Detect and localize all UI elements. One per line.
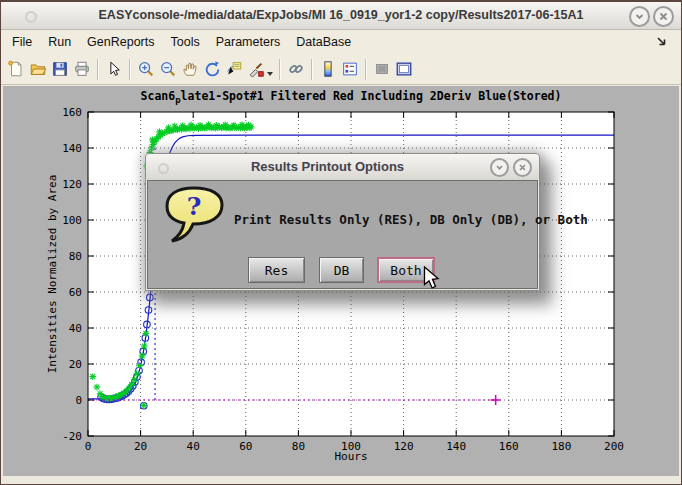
legend-icon	[341, 60, 359, 78]
toolbar-separator	[97, 59, 99, 80]
dialog-shade-button[interactable]	[490, 158, 509, 177]
res-button[interactable]: Res	[248, 257, 305, 283]
plot-tools-dock-button[interactable]	[393, 57, 415, 81]
dialog-body: ? Print Results Only (RES), DB Only (DB)…	[147, 180, 538, 289]
menubar: File Run GenReports Tools Parameters Dat…	[1, 30, 681, 54]
link-chain-icon	[287, 60, 305, 78]
menu-file[interactable]: File	[12, 35, 32, 49]
print-figure-button[interactable]	[71, 57, 93, 81]
datatip-icon	[225, 60, 243, 78]
question-icon: ?	[162, 184, 228, 250]
dialog-window-menu-icon[interactable]	[158, 163, 169, 174]
insert-colorbar-button[interactable]	[317, 57, 339, 81]
rotate-icon	[203, 60, 221, 78]
window-shade-button[interactable]	[629, 6, 650, 27]
pan-button[interactable]	[179, 57, 201, 81]
menu-genreports[interactable]: GenReports	[87, 35, 154, 49]
menu-tools[interactable]: Tools	[171, 35, 200, 49]
link-plot-button[interactable]	[285, 57, 307, 81]
new-document-icon	[7, 60, 25, 78]
new-document-button[interactable]	[5, 57, 27, 81]
brush-icon	[247, 60, 265, 78]
chevron-down-icon	[494, 162, 505, 173]
open-file-button[interactable]	[27, 57, 49, 81]
plot-tools-dock-icon	[395, 60, 413, 78]
window-titlebar[interactable]: EASYconsole-/media/data/ExpJobs/MI 16_09…	[1, 2, 681, 30]
menu-parameters[interactable]: Parameters	[216, 35, 281, 49]
window-close-button[interactable]	[653, 6, 674, 27]
printer-icon	[73, 60, 91, 78]
brush-dropdown-caret-icon[interactable]	[267, 72, 273, 76]
window-menu-icon[interactable]	[25, 11, 37, 23]
pointer-arrow-icon	[105, 60, 123, 78]
svg-text:?: ?	[187, 192, 202, 221]
close-icon	[657, 10, 670, 23]
toolbar-separator	[129, 59, 131, 80]
dialog-titlebar[interactable]: Results Printout Options	[146, 154, 539, 180]
colorbar-icon	[319, 60, 337, 78]
figure-toolbar	[1, 54, 681, 85]
zoom-out-icon	[159, 60, 177, 78]
insert-legend-button[interactable]	[339, 57, 361, 81]
zoom-out-button[interactable]	[157, 57, 179, 81]
toolbar-separator	[279, 59, 281, 80]
zoom-in-icon	[137, 60, 155, 78]
menu-run[interactable]: Run	[48, 35, 71, 49]
save-floppy-icon	[51, 60, 69, 78]
save-figure-button[interactable]	[49, 57, 71, 81]
zoom-in-button[interactable]	[135, 57, 157, 81]
close-icon	[517, 162, 528, 173]
plot-tools-button[interactable]	[371, 57, 393, 81]
open-folder-icon	[29, 60, 47, 78]
window-title: EASYconsole-/media/data/ExpJobs/MI 16_09…	[61, 8, 621, 22]
brush-data-button[interactable]	[245, 57, 267, 81]
menu-database[interactable]: DataBase	[296, 35, 351, 49]
pointer-tool-button[interactable]	[103, 57, 125, 81]
menu-overflow-arrow-icon	[655, 34, 669, 51]
toolbar-separator	[365, 59, 367, 80]
mouse-cursor-icon	[423, 266, 443, 292]
dialog-message: Print Results Only (RES), DB Only (DB), …	[234, 212, 588, 227]
rotate-3d-button[interactable]	[201, 57, 223, 81]
dialog-close-button[interactable]	[513, 158, 532, 177]
db-button[interactable]: DB	[319, 257, 364, 283]
data-cursor-button[interactable]	[223, 57, 245, 81]
pan-hand-icon	[181, 60, 199, 78]
chevron-down-icon	[633, 10, 646, 23]
plot-tools-off-icon	[373, 60, 391, 78]
toolbar-separator	[311, 59, 313, 80]
results-printout-dialog: Results Printout Options ? Print Results…	[145, 153, 540, 291]
dialog-title: Results Printout Options	[186, 159, 469, 174]
